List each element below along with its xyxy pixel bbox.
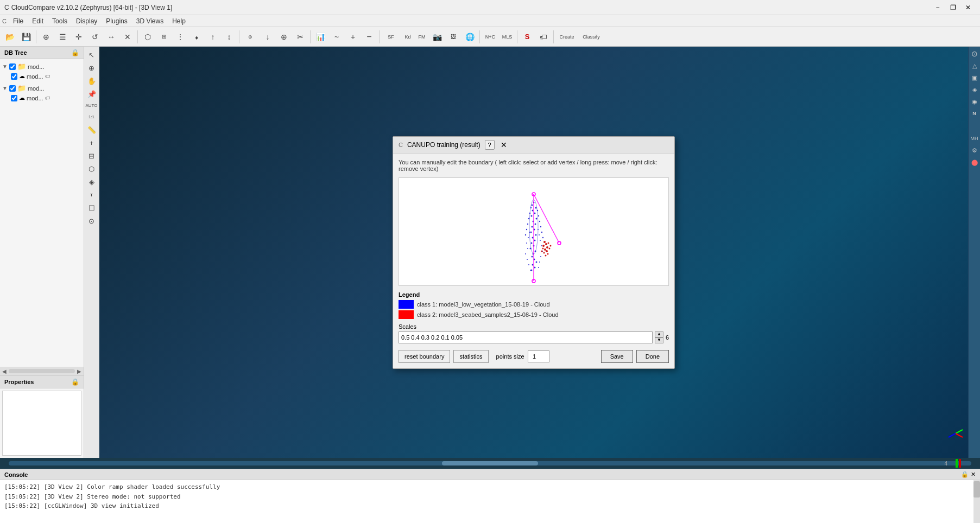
chart-button[interactable]: 📊: [313, 29, 328, 44]
screenshot-button[interactable]: 🖼: [446, 29, 461, 44]
camera-button[interactable]: 📷: [429, 29, 445, 44]
crop-button[interactable]: ✂: [293, 29, 308, 44]
sf-button[interactable]: SF: [382, 29, 400, 44]
tree-scroll-right[interactable]: ▶: [77, 368, 81, 374]
expand-icon-1[interactable]: ▼: [2, 63, 8, 69]
shader-tool[interactable]: ◈: [86, 176, 98, 188]
scales-down-button[interactable]: ▼: [655, 337, 663, 343]
globe-button[interactable]: 🌐: [462, 29, 477, 44]
segment-button[interactable]: ⬡: [140, 29, 155, 44]
right-tool-7[interactable]: MH: [970, 133, 979, 143]
scales-up-button[interactable]: ▲: [655, 331, 663, 337]
delete-button[interactable]: ✕: [120, 29, 135, 44]
list-button[interactable]: ☰: [55, 29, 70, 44]
subtract-button[interactable]: −: [362, 29, 377, 44]
svg-point-30: [539, 234, 540, 235]
tree-scroll-left[interactable]: ◀: [2, 368, 7, 374]
kd-button[interactable]: Kd: [401, 29, 414, 44]
dot-tool[interactable]: ⊙: [86, 215, 98, 227]
expand-icon-2[interactable]: ▼: [2, 85, 8, 91]
reset-boundary-button[interactable]: reset boundary: [399, 350, 450, 363]
save-result-button[interactable]: Save: [601, 350, 633, 363]
sor-button[interactable]: ⊕: [242, 29, 259, 44]
tree-sublabel-1[interactable]: mod...: [27, 73, 43, 80]
tree-label-2[interactable]: mod...: [28, 85, 45, 92]
right-tool-6[interactable]: N: [970, 109, 979, 118]
points-size-label: points size: [496, 353, 524, 360]
curve-button[interactable]: ~: [329, 29, 344, 44]
filter-button[interactable]: ⬧: [189, 29, 204, 44]
fm-button[interactable]: FM: [415, 29, 428, 44]
statistics-button[interactable]: statistics: [453, 350, 488, 363]
save-button[interactable]: 💾: [18, 29, 34, 44]
merge-button[interactable]: ⊞: [156, 29, 172, 44]
zoom-tool[interactable]: ⊕: [86, 62, 98, 74]
pan-tool[interactable]: ✋: [86, 75, 98, 87]
nc-button[interactable]: N+C: [482, 29, 498, 44]
rotate-button[interactable]: ↺: [87, 29, 103, 44]
right-tool-5[interactable]: ◉: [970, 97, 979, 106]
right-tool-3[interactable]: ▣: [970, 73, 979, 82]
mls-button[interactable]: MLS: [500, 29, 515, 44]
properties-undock[interactable]: 🔒: [71, 378, 79, 386]
center-button[interactable]: ⊕: [276, 29, 292, 44]
tree-label-1[interactable]: mod...: [28, 63, 45, 70]
restore-button[interactable]: ❐: [945, 2, 960, 14]
point-pick-tool[interactable]: 📌: [86, 88, 98, 100]
text-tool[interactable]: T: [86, 189, 98, 201]
menu-edit[interactable]: Edit: [28, 16, 48, 26]
s-canupo-button[interactable]: S: [520, 29, 535, 44]
scale-tool[interactable]: 1:1: [86, 111, 98, 123]
classify-icon-button[interactable]: 🏷: [536, 29, 551, 44]
main-layout: DB Tree 🔒 ▼ 📁 mod... ☁ mod... 🏷 ▼ 📁: [0, 47, 980, 458]
3d-view[interactable]: C CANUPO training (result) ? ✕ You can m…: [99, 47, 968, 458]
h-scrollbar[interactable]: [9, 461, 971, 465]
menu-3dviews[interactable]: 3D Views: [132, 16, 168, 26]
console-close[interactable]: ✕: [971, 471, 976, 478]
db-tree-undock[interactable]: 🔒: [71, 49, 79, 56]
global-zoom-button[interactable]: ⊕: [39, 29, 54, 44]
cursor-tool[interactable]: ↖: [86, 49, 98, 61]
mesh-tool[interactable]: ⬡: [86, 163, 98, 175]
tree-checkbox-1a[interactable]: [11, 73, 17, 80]
right-tool-2[interactable]: △: [970, 61, 979, 71]
right-tool-1[interactable]: ⊙: [970, 49, 979, 59]
dialog-help-button[interactable]: ?: [485, 140, 495, 150]
scatter-plot[interactable]: [399, 177, 669, 286]
cross-section-button[interactable]: ✛: [71, 29, 86, 44]
tree-checkbox-1[interactable]: [9, 63, 16, 70]
ruler-tool[interactable]: 📏: [86, 124, 98, 136]
classify-canupo-button[interactable]: Classify: [579, 29, 604, 44]
layers-tool[interactable]: ⊟: [86, 150, 98, 162]
tree-checkbox-2a[interactable]: [11, 95, 17, 101]
points-size-input[interactable]: [528, 350, 549, 362]
menu-plugins[interactable]: Plugins: [102, 16, 131, 26]
create-canupo-button[interactable]: Create: [556, 29, 578, 44]
menu-tools[interactable]: Tools: [48, 16, 72, 26]
tree-checkbox-2[interactable]: [9, 85, 16, 92]
dialog-close-button[interactable]: ✕: [499, 140, 509, 150]
menu-file[interactable]: File: [9, 16, 28, 26]
right-tool-9[interactable]: ⬤: [970, 157, 979, 167]
translate-button[interactable]: ↔: [104, 29, 119, 44]
menu-help[interactable]: Help: [168, 16, 190, 26]
plus-tool[interactable]: +: [86, 137, 98, 149]
auto-tool[interactable]: AUTO: [86, 101, 98, 110]
subsample-button[interactable]: ⋮: [173, 29, 188, 44]
scales-input[interactable]: [399, 331, 653, 343]
box-tool[interactable]: ☐: [86, 202, 98, 214]
tree-sublabel-2[interactable]: mod...: [27, 95, 43, 101]
close-button[interactable]: ✕: [960, 2, 976, 14]
console-scrollbar[interactable]: [973, 480, 980, 523]
done-button[interactable]: Done: [636, 350, 669, 363]
menu-display[interactable]: Display: [72, 16, 102, 26]
right-tool-4[interactable]: ◈: [970, 85, 979, 94]
normal-button[interactable]: ↑: [205, 29, 220, 44]
add-button[interactable]: +: [345, 29, 361, 44]
minimize-button[interactable]: −: [930, 2, 945, 14]
pick-button[interactable]: ↓: [260, 29, 275, 44]
right-tool-8[interactable]: ⚙: [970, 145, 979, 155]
normal2-button[interactable]: ↕: [222, 29, 237, 44]
open-file-button[interactable]: 📂: [2, 29, 17, 44]
console-undock[interactable]: 🔒: [961, 471, 969, 478]
